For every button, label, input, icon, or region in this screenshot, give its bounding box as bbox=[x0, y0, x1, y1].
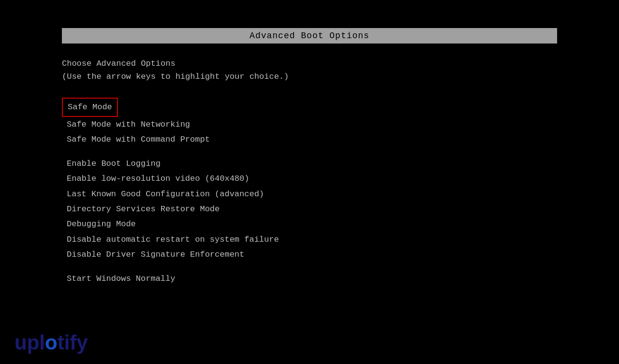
screen: Advanced Boot Options Choose Advanced Op… bbox=[0, 0, 619, 364]
watermark-text: uplotify bbox=[15, 331, 88, 354]
watermark-o: o bbox=[45, 331, 58, 354]
instruction-line2: (Use the arrow keys to highlight your ch… bbox=[62, 70, 289, 83]
title-label: Advanced Boot Options bbox=[250, 31, 369, 41]
watermark: uplotify bbox=[15, 331, 88, 354]
menu-spacer bbox=[62, 262, 289, 271]
main-content: Choose Advanced Options (Use the arrow k… bbox=[62, 57, 289, 286]
instruction-block: Choose Advanced Options (Use the arrow k… bbox=[62, 57, 289, 83]
instruction-line1: Choose Advanced Options bbox=[62, 57, 289, 70]
menu-item-enable-low-res[interactable]: Enable low-resolution video (640x480) bbox=[62, 171, 289, 186]
menu-item-safe-mode-networking[interactable]: Safe Mode with Networking bbox=[62, 117, 289, 132]
menu-item-enable-boot-logging[interactable]: Enable Boot Logging bbox=[62, 156, 289, 171]
menu-item-disable-driver-sig[interactable]: Disable Driver Signature Enforcement bbox=[62, 247, 289, 262]
watermark-upl: upl bbox=[15, 331, 45, 354]
menu-item-debugging-mode[interactable]: Debugging Mode bbox=[62, 217, 289, 232]
watermark-tify: tify bbox=[58, 331, 88, 354]
menu-item-safe-mode-command-prompt[interactable]: Safe Mode with Command Prompt bbox=[62, 132, 289, 147]
menu-item-last-known-good[interactable]: Last Known Good Configuration (advanced) bbox=[62, 187, 289, 202]
title-bar: Advanced Boot Options bbox=[62, 28, 557, 44]
menu-item-disable-restart[interactable]: Disable automatic restart on system fail… bbox=[62, 232, 289, 247]
boot-menu: Safe ModeSafe Mode with NetworkingSafe M… bbox=[62, 98, 289, 286]
menu-item-start-windows-normally[interactable]: Start Windows Normally bbox=[62, 271, 289, 286]
menu-spacer bbox=[62, 147, 289, 156]
menu-item-safe-mode[interactable]: Safe Mode bbox=[62, 98, 118, 116]
menu-item-directory-services[interactable]: Directory Services Restore Mode bbox=[62, 202, 289, 217]
